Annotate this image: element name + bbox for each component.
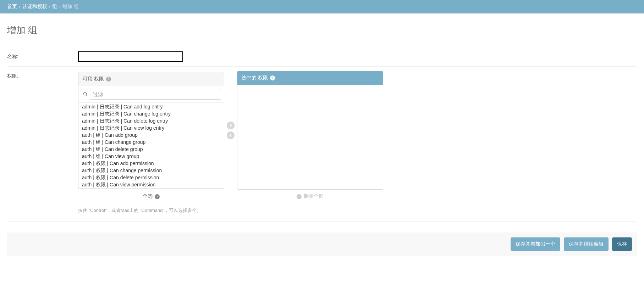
permission-option[interactable]: auth | 组 | Can add group	[78, 132, 224, 139]
form-row-name: 名称:	[7, 47, 637, 67]
name-label: 名称:	[7, 51, 78, 60]
filter-input[interactable]	[90, 89, 221, 100]
available-permissions-title: 可用 权限	[83, 76, 104, 82]
help-icon[interactable]: ?	[106, 77, 111, 82]
breadcrumb-separator: ›	[19, 4, 21, 10]
permission-option[interactable]: auth | 权限 | Can change permission	[78, 167, 224, 174]
breadcrumb-separator: ›	[59, 4, 61, 10]
help-icon[interactable]: ?	[270, 75, 275, 80]
permission-option[interactable]: auth | 权限 | Can add permission	[78, 160, 224, 167]
chevron-left-icon: ‹	[297, 194, 302, 199]
chosen-permissions-title: 选中的 权限	[242, 75, 268, 81]
permission-option[interactable]: admin | 日志记录 | Can view log entry	[78, 125, 224, 132]
filter-row	[78, 86, 224, 103]
permission-option[interactable]: admin | 日志记录 | Can add log entry	[78, 103, 224, 111]
breadcrumb: 首页 › 认证和授权 › 组 › 增加 组	[0, 0, 644, 13]
choose-all-label: 全选	[143, 193, 153, 199]
name-input[interactable]	[78, 51, 183, 62]
breadcrumb-separator: ›	[49, 4, 51, 10]
permission-option[interactable]: auth | 组 | Can view group	[78, 153, 224, 160]
add-selected-button[interactable]	[227, 122, 235, 129]
save-button[interactable]: 保存	[612, 237, 632, 251]
save-continue-button[interactable]: 保存并继续编辑	[564, 237, 609, 251]
permission-option[interactable]: auth | 权限 | Can delete permission	[78, 174, 224, 181]
permission-option[interactable]: admin | 日志记录 | Can change log entry	[78, 111, 224, 118]
chevron-right-icon: ›	[155, 194, 160, 199]
svg-point-0	[84, 92, 87, 95]
svg-line-1	[86, 95, 87, 96]
chosen-permissions-panel: 选中的 权限 ?	[237, 71, 383, 190]
permission-option[interactable]: admin | 日志记录 | Can delete log entry	[78, 118, 224, 125]
breadcrumb-home[interactable]: 首页	[7, 4, 17, 10]
remove-all-link: ‹ 删除全部	[297, 193, 324, 199]
search-icon	[81, 91, 90, 97]
permissions-label: 权限:	[7, 71, 78, 79]
form-row-permissions: 权限: 可用 权限 ? admin | 日志记录 | Can add lo	[7, 67, 637, 222]
breadcrumb-model[interactable]: 组	[52, 4, 57, 10]
choose-all-link[interactable]: 全选 ›	[143, 193, 160, 199]
selector-footer: 全选 › ‹ 删除全部	[78, 192, 454, 201]
selector-middle	[225, 122, 236, 139]
breadcrumb-current: 增加 组	[62, 4, 79, 10]
remove-all-label: 删除全部	[304, 193, 324, 199]
permission-option[interactable]: auth | 组 | Can delete group	[78, 146, 224, 153]
chosen-permissions-header: 选中的 权限 ?	[237, 71, 383, 85]
available-permissions-panel: 可用 权限 ? admin | 日志记录 | Can add log entry…	[78, 72, 224, 189]
breadcrumb-section[interactable]: 认证和授权	[22, 4, 47, 10]
permission-option[interactable]: auth | 权限 | Can view permission	[78, 181, 224, 189]
submit-row: 保存并增加另一个 保存并继续编辑 保存	[7, 232, 637, 256]
permissions-help-text: 按住 "Control"，或者Mac上的 "Command"，可以选择多个。	[78, 207, 637, 214]
chosen-options[interactable]	[237, 85, 383, 189]
available-permissions-header: 可用 权限 ?	[78, 72, 224, 86]
remove-selected-button[interactable]	[227, 131, 235, 139]
save-add-another-button[interactable]: 保存并增加另一个	[511, 237, 560, 251]
page-title: 增加 组	[7, 24, 637, 36]
available-options[interactable]: admin | 日志记录 | Can add log entryadmin | …	[78, 103, 224, 189]
permission-option[interactable]: auth | 组 | Can change group	[78, 139, 224, 146]
